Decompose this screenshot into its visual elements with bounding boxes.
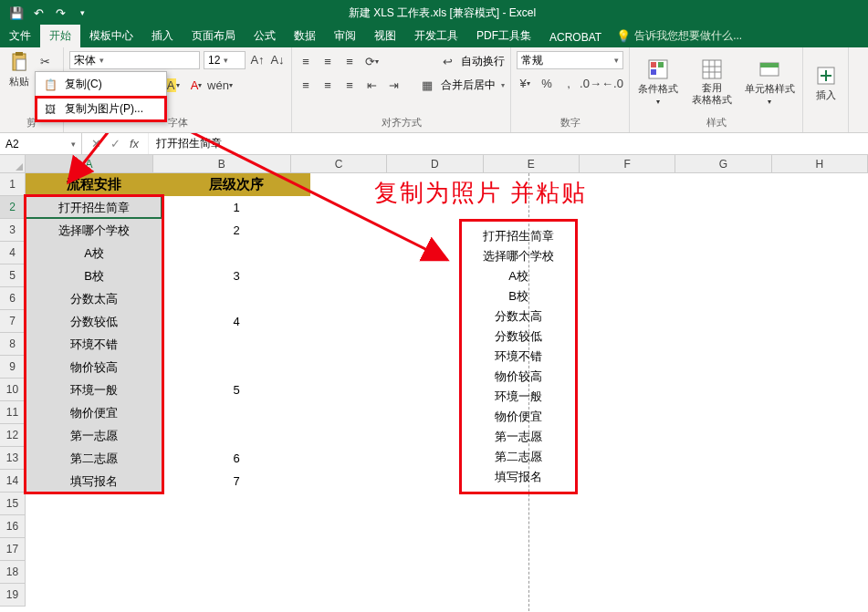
align-center-icon[interactable]: ≡ [319,77,336,93]
tab-pdf[interactable]: PDF工具集 [467,25,540,47]
align-middle-icon[interactable]: ≡ [319,53,336,69]
cell[interactable]: 打开招生简章 [26,196,162,219]
tab-data[interactable]: 数据 [285,25,325,47]
tab-insert[interactable]: 插入 [142,25,183,47]
align-bottom-icon[interactable]: ≡ [341,53,358,69]
orientation-icon[interactable]: ⟳▾ [363,53,380,69]
row-head-1[interactable]: 1 [0,173,26,196]
col-head-A[interactable]: A [26,155,153,173]
decrease-font-icon[interactable]: A↓ [269,51,286,67]
tab-template[interactable]: 模板中心 [80,25,142,47]
paste-button[interactable]: 粘贴 [4,51,35,88]
cell[interactable]: 分数较低 [26,310,162,333]
col-head-F[interactable]: F [580,155,675,173]
col-head-H[interactable]: H [772,155,868,173]
tell-me-box[interactable]: 💡 告诉我您想要做什么... [611,25,748,47]
formula-input[interactable]: 打开招生简章 [149,133,868,154]
save-icon[interactable]: 💾 [9,5,24,20]
conditional-format-button[interactable]: 条件格式▾ [635,58,681,106]
cell[interactable]: 3 [162,265,310,287]
row-head-18[interactable]: 18 [0,561,26,584]
cell[interactable]: A校 [26,242,162,265]
tab-file[interactable]: 文件 [0,25,40,47]
cell[interactable]: 2 [162,219,310,242]
row-head-2[interactable]: 2 [0,196,26,219]
cell[interactable]: B校 [26,265,162,287]
cell[interactable]: 4 [162,310,310,333]
increase-font-icon[interactable]: A↑ [249,51,266,67]
cell[interactable]: 分数太高 [26,287,162,310]
font-name-combo[interactable]: 宋体▾ [69,51,200,69]
row-head-3[interactable]: 3 [0,219,26,242]
cut-icon[interactable]: ✂ [37,53,53,69]
menu-item-copy[interactable]: 📋 复制(C) [36,72,166,97]
tab-view[interactable]: 视图 [365,25,405,47]
font-size-combo[interactable]: 12▾ [204,51,246,69]
comma-icon[interactable]: , [560,75,577,91]
indent-inc-icon[interactable]: ⇥ [385,77,402,93]
percent-icon[interactable]: % [539,75,555,91]
tab-dev[interactable]: 开发工具 [405,25,467,47]
row-head-4[interactable]: 4 [0,242,26,265]
qat-more-icon[interactable]: ▾ [75,5,89,20]
cell[interactable]: 5 [162,379,310,401]
cell[interactable]: 第一志愿 [26,424,162,447]
tab-layout[interactable]: 页面布局 [183,25,245,47]
col-head-D[interactable]: D [387,155,483,173]
cell[interactable]: 层级次序 [162,173,310,196]
row-head-5[interactable]: 5 [0,265,26,287]
merge-icon[interactable]: ▦ [419,77,435,93]
row-head-14[interactable]: 14 [0,470,26,493]
tab-review[interactable]: 审阅 [325,25,365,47]
indent-dec-icon[interactable]: ⇤ [363,77,380,93]
row-head-19[interactable]: 19 [0,584,26,607]
tab-home[interactable]: 开始 [40,25,80,47]
cell[interactable]: 流程安排 [26,173,162,196]
phonetic-icon[interactable]: wén▾ [212,77,228,93]
name-box[interactable]: A2 ▾ [0,133,82,154]
row-head-6[interactable]: 6 [0,287,26,310]
tab-acrobat[interactable]: ACROBAT [540,27,611,47]
redo-icon[interactable]: ↷ [53,5,68,20]
row-head-11[interactable]: 11 [0,401,26,424]
cell[interactable]: 6 [162,447,310,470]
dec-decimal-icon[interactable]: ←.0 [604,75,621,91]
cell[interactable]: 7 [162,470,310,493]
align-top-icon[interactable]: ≡ [298,53,314,69]
row-head-13[interactable]: 13 [0,447,26,470]
menu-item-copy-as-picture[interactable]: 🖼 复制为图片(P)... [36,97,166,121]
undo-icon[interactable]: ↶ [31,5,46,20]
cell[interactable]: 物价便宜 [26,401,162,424]
cell[interactable]: 物价较高 [26,356,162,379]
currency-icon[interactable]: ¥▾ [517,75,533,91]
row-head-16[interactable]: 16 [0,515,26,538]
row-head-17[interactable]: 17 [0,538,26,561]
cell[interactable]: 环境不错 [26,333,162,356]
pasted-picture[interactable]: 打开招生简章选择哪个学校A校B校分数太高分数较低环境不错物价较高环境一般物价便宜… [468,226,569,487]
fx-icon[interactable]: fx [130,137,139,150]
row-head-10[interactable]: 10 [0,379,26,401]
cell[interactable]: 选择哪个学校 [26,219,162,242]
align-left-icon[interactable]: ≡ [298,77,314,93]
tab-formulas[interactable]: 公式 [245,25,285,47]
cancel-icon[interactable]: ✕ [91,137,101,150]
inc-decimal-icon[interactable]: .0→ [582,75,599,91]
column-headers[interactable]: ABCDEFGH [26,155,868,173]
row-headers[interactable]: 12345678910111213141516171819 [0,173,26,607]
font-color-icon[interactable]: A▾ [188,77,204,93]
col-head-G[interactable]: G [675,155,771,173]
format-as-table-button[interactable]: 套用 表格格式 [686,58,737,104]
align-right-icon[interactable]: ≡ [341,77,358,93]
insert-button[interactable]: 插入 [810,65,842,102]
wrap-text-icon[interactable]: ↩ [439,53,455,69]
worksheet-grid[interactable]: ABCDEFGH 12345678910111213141516171819 流… [0,155,868,612]
row-head-7[interactable]: 7 [0,310,26,333]
col-head-E[interactable]: E [484,155,580,173]
row-head-9[interactable]: 9 [0,356,26,379]
col-head-B[interactable]: B [153,155,291,173]
cell[interactable]: 1 [162,196,310,219]
cell[interactable]: 环境一般 [26,379,162,401]
row-head-15[interactable]: 15 [0,493,26,515]
cell-styles-button[interactable]: 单元格样式▾ [742,58,797,106]
row-head-12[interactable]: 12 [0,424,26,447]
